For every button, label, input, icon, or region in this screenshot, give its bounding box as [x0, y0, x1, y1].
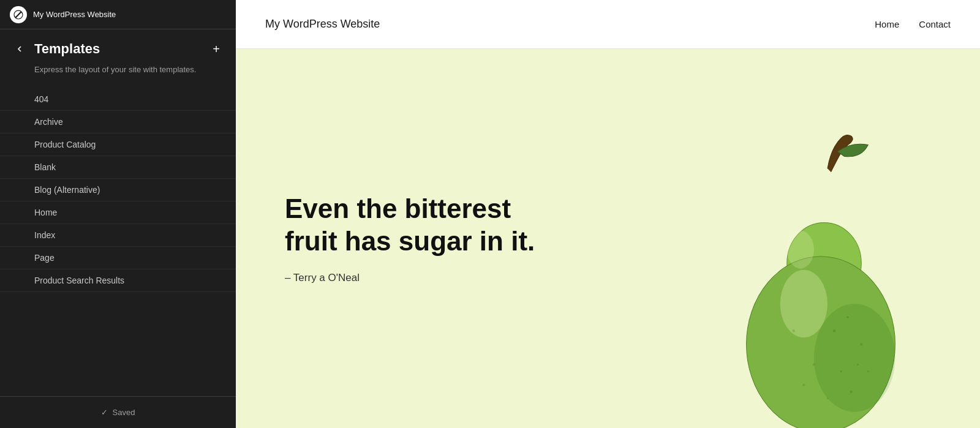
hero-text: Even the bitterest fruit has sugar in it…: [285, 193, 931, 285]
preview-site-name: My WordPress Website: [265, 18, 380, 31]
svg-point-4: [814, 304, 895, 412]
svg-point-11: [857, 364, 859, 366]
hero-quote: Even the bitterest fruit has sugar in it…: [285, 193, 554, 258]
sidebar-header: Templates +: [0, 29, 236, 64]
svg-point-6: [847, 317, 849, 318]
list-item-blank[interactable]: Blank: [0, 156, 236, 179]
saved-check-icon: ✓: [101, 408, 108, 417]
back-button[interactable]: [10, 39, 29, 59]
list-item-home[interactable]: Home: [0, 201, 236, 224]
preview-nav-home[interactable]: Home: [875, 19, 899, 29]
sidebar-footer: ✓ Saved: [0, 396, 236, 428]
svg-point-14: [850, 390, 852, 392]
svg-point-5: [833, 329, 835, 332]
list-item-product-search-results[interactable]: Product Search Results: [0, 269, 236, 292]
svg-point-15: [867, 370, 869, 372]
svg-point-10: [793, 329, 795, 332]
saved-status-label: Saved: [113, 408, 135, 417]
svg-point-9: [840, 370, 842, 372]
list-item-404[interactable]: 404: [0, 88, 236, 111]
sidebar-site-title: My WordPress Website: [33, 10, 116, 19]
list-item-blog-alternative[interactable]: Blog (Alternative): [0, 179, 236, 201]
preview-nav-links: Home Contact: [875, 19, 951, 29]
page-title: Templates: [34, 41, 202, 57]
svg-point-12: [802, 383, 805, 386]
svg-point-8: [813, 363, 815, 366]
add-template-button[interactable]: +: [206, 39, 226, 59]
wp-logo: [10, 6, 27, 23]
preview-hero: Even the bitterest fruit has sugar in it…: [236, 49, 980, 428]
svg-point-13: [826, 397, 828, 399]
list-item-archive[interactable]: Archive: [0, 111, 236, 133]
hero-attribution: – Terry a O'Neal: [285, 272, 931, 284]
list-item-page[interactable]: Page: [0, 247, 236, 269]
svg-point-7: [860, 343, 862, 345]
sidebar-topbar: My WordPress Website: [0, 0, 236, 29]
template-list: 404 Archive Product Catalog Blank Blog (…: [0, 88, 236, 429]
sidebar-description: Express the layout of your site with tem…: [0, 64, 236, 88]
list-item-index[interactable]: Index: [0, 224, 236, 247]
preview-nav-contact[interactable]: Contact: [919, 19, 951, 29]
preview-nav: My WordPress Website Home Contact: [236, 0, 980, 49]
main-preview: My WordPress Website Home Contact Even t…: [236, 0, 980, 428]
sidebar: My WordPress Website Templates + Express…: [0, 0, 236, 428]
list-item-product-catalog[interactable]: Product Catalog: [0, 133, 236, 156]
